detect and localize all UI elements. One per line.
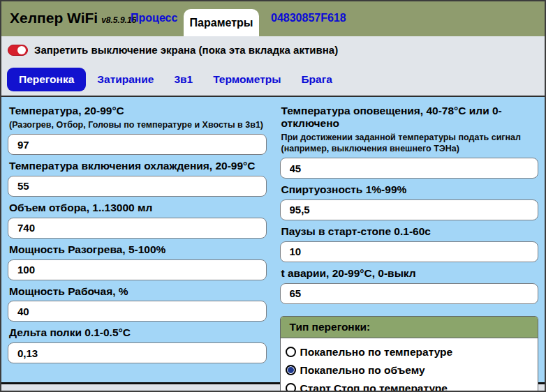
volume-input[interactable] [8, 218, 267, 239]
tab-termometry[interactable]: Термометры [213, 73, 281, 86]
field-label: Температура оповещения, 40-78°C или 0-от… [281, 105, 539, 130]
radio-drip-by-volume[interactable]: Покапельно по объему [286, 361, 532, 379]
parameters-panel: Температура, 20-99°C (Разогрев, Отбор, Г… [1, 96, 545, 384]
radio-drip-by-temp[interactable]: Покапельно по температуре [286, 343, 532, 361]
field-label: Паузы в старт-стопе 0.1-60с [281, 225, 539, 238]
working-power-input[interactable] [8, 301, 267, 322]
distill-type-options: Покапельно по температуре Покапельно по … [281, 338, 538, 392]
field-label: Температура, 20-99°C [9, 105, 267, 117]
startstop-pause-input[interactable] [280, 241, 539, 262]
field-label: t аварии, 20-99°C, 0-выкл [281, 267, 539, 280]
header-bar: Хелпер WiFiv8.5.9.16 Процесс Параметры 0… [1, 1, 545, 36]
radio-label: Старт Стоп по температуре [300, 382, 448, 392]
right-column: Температура оповещения, 40-78°C или 0-от… [280, 100, 539, 382]
section-tab-bar: Перегонка Затирание 3в1 Термометры Брага [1, 63, 545, 96]
distill-type-group: Тип перегонки: Покапельно по температуре… [280, 316, 539, 392]
field-label: Мощность Рабочая, % [9, 285, 267, 298]
field-alert-temp: Температура оповещения, 40-78°C или 0-от… [280, 105, 539, 179]
field-temperature: Температура, 20-99°C (Разогрев, Отбор, Г… [8, 105, 267, 155]
radio-startstop-by-temp[interactable]: Старт Стоп по температуре [286, 379, 532, 392]
toggle-knob-icon [17, 46, 26, 54]
cooling-temp-input[interactable] [8, 176, 267, 197]
field-working-power: Мощность Рабочая, % [8, 285, 267, 322]
tab-zatiranie[interactable]: Затирание [97, 73, 154, 86]
field-sublabel: При достижении заданной температуры пода… [281, 132, 539, 155]
device-id-link[interactable]: 04830857F618 [271, 12, 346, 24]
field-abv: Спиртуозность 1%-99% [280, 183, 539, 220]
tab-peregonka-active[interactable]: Перегонка [7, 68, 86, 91]
field-shelf-delta: Дельта полки 0.1-0.5°C [8, 326, 267, 363]
field-startstop-pause: Паузы в старт-стопе 0.1-60с [280, 225, 539, 262]
radio-icon [286, 365, 296, 375]
failure-temp-input[interactable] [280, 283, 539, 304]
alert-temp-input[interactable] [280, 158, 539, 179]
field-label: Спиртуозность 1%-99% [281, 183, 539, 196]
app-window: Хелпер WiFiv8.5.9.16 Процесс Параметры 0… [0, 0, 546, 392]
field-label: Температура включения охлаждения, 20-99°… [9, 160, 267, 172]
screen-off-toggle[interactable] [8, 45, 28, 56]
tab-3v1[interactable]: 3в1 [174, 73, 193, 86]
field-sublabel: (Разогрев, Отбор, Головы по температуре … [9, 119, 267, 130]
radio-label: Покапельно по объему [300, 364, 425, 377]
distill-type-title: Тип перегонки: [281, 317, 538, 338]
radio-icon [286, 347, 296, 357]
abv-input[interactable] [280, 199, 539, 220]
field-failure-temp: t аварии, 20-99°C, 0-выкл [280, 267, 539, 304]
shelf-delta-input[interactable] [8, 342, 267, 363]
screen-toggle-label: Запретить выключение экрана (пока эта вк… [34, 44, 338, 56]
app-title: Хелпер WiFiv8.5.9.16 [10, 10, 136, 27]
tab-braga[interactable]: Брага [301, 73, 332, 86]
temperature-input[interactable] [8, 134, 267, 155]
nav-params-tab-active[interactable]: Параметры [184, 9, 259, 36]
field-heatup-power: Мощность Разогрева, 5-100% [8, 243, 267, 280]
field-label: Мощность Разогрева, 5-100% [9, 243, 267, 256]
nav-process-link[interactable]: Процесс [131, 12, 177, 24]
field-cooling-temp: Температура включения охлаждения, 20-99°… [8, 160, 267, 197]
radio-icon [286, 383, 296, 392]
app-title-text: Хелпер WiFi [10, 10, 98, 26]
field-label: Объем отбора, 1..13000 мл [9, 202, 267, 214]
left-column: Температура, 20-99°C (Разогрев, Отбор, Г… [8, 100, 267, 382]
screen-toggle-row: Запретить выключение экрана (пока эта вк… [1, 36, 545, 63]
heatup-power-input[interactable] [8, 259, 267, 280]
field-label: Дельта полки 0.1-0.5°C [9, 326, 267, 339]
radio-label: Покапельно по температуре [300, 346, 453, 359]
field-volume: Объем отбора, 1..13000 мл [8, 202, 267, 239]
